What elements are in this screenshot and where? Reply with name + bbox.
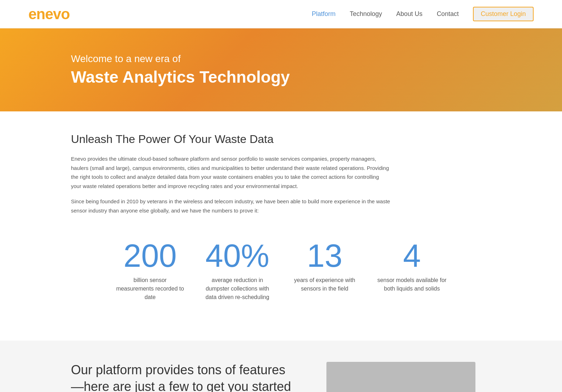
hero-banner: Welcome to a new era of Waste Analytics …: [0, 28, 562, 111]
hero-subtitle: Welcome to a new era of: [71, 53, 491, 65]
nav-contact[interactable]: Contact: [437, 10, 459, 18]
nav-about-us[interactable]: About Us: [396, 10, 423, 18]
logo[interactable]: enevo: [28, 6, 70, 23]
stat-item-4models: 4 sensor models available for both liqui…: [368, 240, 456, 302]
stat-item-40pct: 40% average reduction in dumpster collec…: [194, 240, 281, 302]
section-heading: Unleash The Power Of Your Waste Data: [71, 133, 491, 146]
nav-platform[interactable]: Platform: [312, 10, 336, 18]
stat-label-40pct: average reduction in dumpster collection…: [202, 276, 273, 302]
stats-row: 200 billion sensor measurements recorded…: [71, 222, 491, 319]
stat-item-200b: 200 billion sensor measurements recorded…: [106, 240, 194, 302]
header: enevo Platform Technology About Us Conta…: [0, 0, 562, 28]
paragraph-1: Enevo provides the ultimate cloud-based …: [71, 154, 390, 191]
stat-number-13yrs: 13: [281, 240, 368, 272]
main-nav: Platform Technology About Us Contact Cus…: [312, 7, 534, 21]
nav-technology[interactable]: Technology: [350, 10, 382, 18]
paragraph-2: Since being founded in 2010 by veterans …: [71, 197, 390, 215]
stat-number-40pct: 40%: [194, 240, 281, 272]
customer-login-button[interactable]: Customer Login: [473, 7, 534, 21]
stat-item-13yrs: 13 years of experience with sensors in t…: [281, 240, 368, 302]
platform-image-placeholder: [326, 362, 475, 392]
stat-label-13yrs: years of experience with sensors in the …: [289, 276, 360, 293]
platform-section: Our platform provides tons of features—h…: [0, 341, 562, 392]
platform-left-column: Our platform provides tons of features—h…: [71, 362, 298, 392]
hero-title: Waste Analytics Technology: [71, 67, 491, 87]
stat-number-200b: 200: [106, 240, 194, 272]
stat-number-4models: 4: [368, 240, 456, 272]
stat-label-200b: billion sensor measurements recorded to …: [115, 276, 186, 302]
platform-heading: Our platform provides tons of features—h…: [71, 362, 298, 392]
main-content-section: Unleash The Power Of Your Waste Data Ene…: [0, 111, 562, 341]
stat-label-4models: sensor models available for both liquids…: [376, 276, 447, 293]
